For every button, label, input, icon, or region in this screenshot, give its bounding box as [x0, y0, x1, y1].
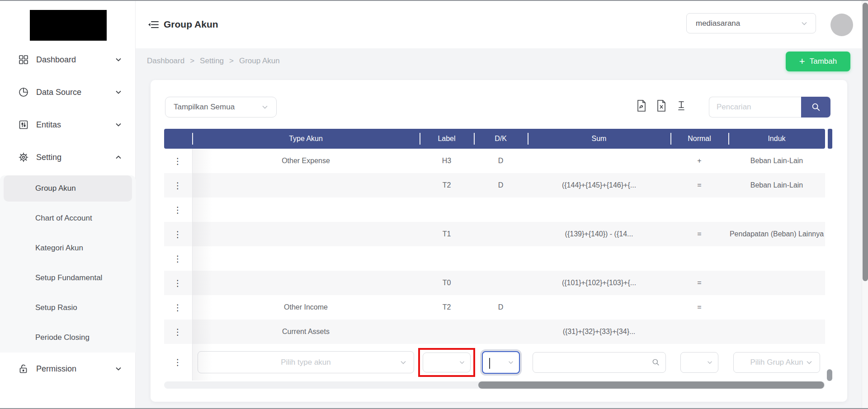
chevron-up-icon: [115, 154, 122, 161]
sidebar-item-setup-fundamental[interactable]: Setup Fundamental: [0, 263, 136, 293]
excel-export-icon[interactable]: [656, 99, 667, 112]
sidebar-item-chart-of-account[interactable]: Chart of Account: [0, 203, 136, 233]
sidebar: Dashboard Data Source Entitas: [0, 1, 136, 408]
row-menu-button[interactable]: ⋮: [164, 173, 192, 197]
search-icon: [811, 102, 821, 112]
cell-dk: D: [474, 149, 528, 173]
export-toolbar: [636, 99, 687, 112]
label-select[interactable]: [423, 353, 471, 372]
breadcrumb: Dashboard>Setting>Group Akun: [147, 56, 280, 66]
sidebar-item-label: Group Akun: [35, 184, 76, 193]
cell-type_akun: Current Assets: [192, 320, 420, 344]
sidebar-item-group-akun[interactable]: Group Akun: [4, 175, 132, 202]
page-title: Group Akun: [164, 19, 218, 30]
cell-type_akun: [192, 222, 420, 246]
table-row: ⋮: [164, 246, 825, 271]
filter-select[interactable]: Tampilkan Semua: [165, 97, 277, 118]
row-menu-button[interactable]: ⋮: [164, 246, 192, 271]
cell-induk: [728, 295, 825, 320]
tenant-select[interactable]: mediasarana: [686, 13, 816, 33]
group-akun-table: Type Akun Label D/K Sum Normal Induk ⋮Ot…: [164, 129, 833, 389]
sidebar-item-permission[interactable]: Permission: [0, 353, 136, 385]
add-button[interactable]: + Tambah: [786, 52, 850, 71]
sidebar-item-setup-rasio[interactable]: Setup Rasio: [0, 293, 136, 323]
row-menu-button[interactable]: ⋮: [164, 197, 192, 222]
sidebar-item-entitas[interactable]: Entitas: [0, 108, 136, 141]
table-row: ⋮T0({101}+{102}+{103}+{...=: [164, 271, 825, 295]
type-akun-select[interactable]: Pilih type akun: [198, 351, 414, 373]
grup-akun-select[interactable]: Pilih Grup Akun: [733, 352, 820, 373]
cell-type_akun: [192, 197, 420, 222]
cell-normal: +: [670, 149, 728, 173]
cell-sum: [528, 246, 670, 271]
chevron-down-icon: [261, 103, 269, 111]
search-input[interactable]: [709, 97, 801, 118]
cell-type_akun: Other Expense: [192, 149, 420, 173]
cell-induk: Beban Lain-Lain: [728, 149, 825, 173]
sidebar-item-dashboard[interactable]: Dashboard: [0, 43, 136, 76]
cell-label: [420, 197, 474, 222]
breadcrumb-item[interactable]: Setting: [200, 56, 224, 66]
row-menu-button[interactable]: ⋮: [164, 295, 192, 320]
search-button[interactable]: [801, 97, 830, 118]
column-header-normal: Normal: [670, 129, 728, 149]
sidebar-item-label: Data Source: [36, 88, 81, 97]
normal-select[interactable]: [680, 352, 718, 373]
chevron-down-icon: [115, 89, 122, 96]
dk-select[interactable]: [482, 351, 520, 374]
cell-sum: [528, 295, 670, 320]
table-header: Type Akun Label D/K Sum Normal Induk: [164, 129, 825, 149]
sidebar-item-label: Chart of Account: [35, 214, 92, 223]
cell-sum: ({139}+{140}) - ({14...: [528, 222, 670, 246]
cell-sum: ({144}+{145}+{146}+{...: [528, 173, 670, 197]
cell-label: T0: [420, 271, 474, 295]
cell-induk: [728, 246, 825, 271]
avatar[interactable]: [830, 14, 853, 36]
column-header-type-akun: Type Akun: [192, 129, 420, 149]
row-menu-button[interactable]: ⋮: [164, 320, 192, 344]
table-row: ⋮T1({139}+{140}) - ({14...=Pendapatan (B…: [164, 222, 825, 246]
cell-dk: D: [474, 295, 528, 320]
cell-dk: [474, 320, 528, 344]
sidebar-item-periode-closing[interactable]: Periode Closing: [0, 323, 136, 353]
cell-normal: [670, 197, 728, 222]
table-vertical-scrollbar-thumb[interactable]: [827, 369, 832, 381]
text-cursor: [489, 358, 490, 369]
table-body: ⋮Other ExpenseH3D+Beban Lain-Lain⋮T2D({1…: [164, 149, 825, 344]
plus-icon: +: [799, 56, 805, 66]
page-scrollbar-thumb[interactable]: [863, 3, 868, 281]
sidebar-item-label: Periode Closing: [35, 333, 90, 342]
chevron-down-icon: [507, 359, 514, 366]
menu-toggle-icon[interactable]: [147, 19, 159, 31]
cell-dk: [474, 222, 528, 246]
highlight-box: [418, 348, 475, 377]
sum-input[interactable]: [533, 352, 666, 373]
pdf-export-icon[interactable]: [636, 99, 647, 112]
table-row: ⋮Other IncomeT2D=: [164, 295, 825, 320]
breadcrumb-item[interactable]: Dashboard: [147, 56, 184, 66]
breadcrumb-item[interactable]: Group Akun: [239, 56, 280, 66]
cell-induk: [728, 320, 825, 344]
row-height-icon[interactable]: [676, 99, 687, 112]
cell-normal: =: [670, 271, 728, 295]
sidebar-item-data-source[interactable]: Data Source: [0, 76, 136, 108]
row-menu-button[interactable]: ⋮: [164, 222, 192, 246]
horizontal-scrollbar-thumb[interactable]: [478, 381, 824, 389]
row-menu-button[interactable]: ⋮: [164, 149, 192, 173]
cell-induk: Beban Lain-Lain: [728, 173, 825, 197]
pie-chart-icon: [18, 86, 30, 98]
table-row: ⋮Current Assets({31}+{32}+{33}+{34}...: [164, 320, 825, 344]
cell-label: T1: [420, 222, 474, 246]
cell-sum: [528, 149, 670, 173]
table-row: ⋮Other ExpenseH3D+Beban Lain-Lain: [164, 149, 825, 173]
row-menu-button[interactable]: ⋮: [174, 357, 183, 367]
sidebar-item-kategori-akun[interactable]: Kategori Akun: [0, 233, 136, 263]
cell-normal: =: [670, 173, 728, 197]
grup-akun-placeholder: Pilih Grup Akun: [750, 358, 803, 367]
cell-dk: D: [474, 173, 528, 197]
sidebar-item-setting[interactable]: Setting: [0, 141, 136, 174]
sidebar-nav: Dashboard Data Source Entitas: [0, 43, 136, 385]
cell-dk: [474, 271, 528, 295]
row-menu-button[interactable]: ⋮: [164, 271, 192, 295]
app-window: Dashboard Data Source Entitas: [0, 0, 868, 409]
